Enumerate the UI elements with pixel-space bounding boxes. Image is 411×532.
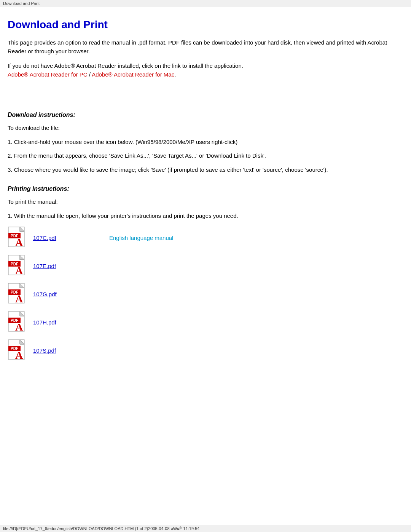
printing-instructions-heading: Printing instructions: (8, 185, 396, 192)
pdf-file-link[interactable]: 107C.pdf (33, 235, 79, 241)
pdf-file-link[interactable]: 107G.pdf (33, 291, 79, 297)
pdf-file-link[interactable]: 107E.pdf (33, 263, 79, 269)
svg-text:A: A (15, 236, 23, 248)
printing-intro-text: To print the manual: (8, 198, 396, 206)
svg-text:A: A (15, 293, 23, 305)
browser-title-bar: Download and Print (0, 0, 411, 7)
intro-paragraph-2: If you do not have Adobe® Acrobat Reader… (8, 62, 396, 79)
pdf-icon: PDFA (8, 283, 29, 305)
spacer-2 (8, 93, 396, 100)
download-intro-text: To download the file: (8, 124, 396, 133)
intro-text-2: If you do not have Adobe® Acrobat Reader… (8, 62, 243, 69)
pdf-row: PDFA107E.pdf (8, 254, 396, 277)
acrobat-reader-mac-link[interactable]: Adobe® Acrobat Reader for Mac (92, 71, 174, 78)
pdf-icon: PDFA (8, 254, 29, 277)
pdf-icon: PDFA (8, 339, 29, 362)
svg-text:A: A (15, 349, 23, 361)
acrobat-reader-pc-link[interactable]: Adobe® Acrobat Reader for PC (8, 71, 88, 78)
download-step-2: 2. From the menu that appears, choose 'S… (8, 152, 396, 160)
pdf-file-link[interactable]: 107H.pdf (33, 319, 79, 326)
pdf-row: PDFA107S.pdf (8, 339, 396, 362)
pdf-description: English language manual (109, 235, 173, 241)
status-bar-text: file:///D|/EDFU/crt_17_6/edoc/english/DO… (3, 526, 199, 531)
browser-title-text: Download and Print (3, 1, 40, 6)
svg-text:A: A (15, 265, 23, 276)
download-step-1: 1. Click-and-hold your mouse over the ic… (8, 138, 396, 147)
pdf-file-link[interactable]: 107S.pdf (33, 347, 79, 354)
printing-step-1: 1. With the manual file open, follow you… (8, 212, 396, 220)
status-bar: file:///D|/EDFU/crt_17_6/edoc/english/DO… (0, 525, 411, 532)
pdf-list: PDFA107C.pdfEnglish language manualPDFA1… (8, 226, 396, 362)
intro-paragraph-1: This page provides an option to read the… (8, 38, 396, 56)
period: . (174, 71, 176, 78)
pdf-row: PDFA107C.pdfEnglish language manual (8, 226, 396, 249)
link-separator: / (88, 71, 92, 78)
pdf-icon: PDFA (8, 226, 29, 249)
download-instructions-heading: Download instructions: (8, 112, 396, 118)
download-step-3: 3. Choose where you would like to save t… (8, 166, 396, 174)
svg-text:A: A (15, 321, 23, 333)
page-heading: Download and Print (8, 19, 396, 31)
spacer-1 (8, 85, 396, 93)
main-content: Download and Print This page provides an… (0, 7, 411, 390)
pdf-icon: PDFA (8, 311, 29, 334)
pdf-row: PDFA107G.pdf (8, 283, 396, 305)
pdf-row: PDFA107H.pdf (8, 311, 396, 334)
